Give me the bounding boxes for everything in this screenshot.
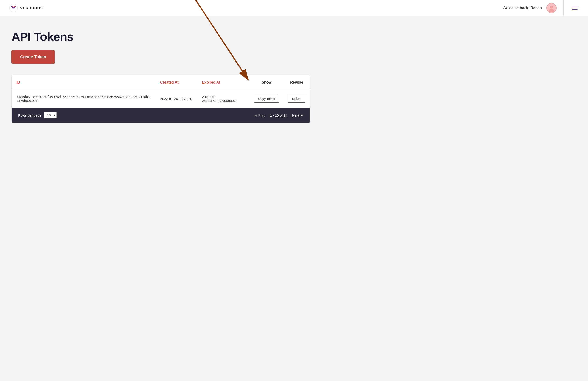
next-label: Next bbox=[292, 113, 299, 117]
page-info: 1 - 10 of 14 bbox=[270, 113, 287, 117]
header: VERISCOPE Welcome back, Rohan bbox=[0, 0, 588, 16]
hamburger-line-3 bbox=[572, 9, 578, 10]
page-title: API Tokens bbox=[11, 30, 310, 44]
rows-per-page-label: Rows per page bbox=[18, 113, 41, 117]
col-header-revoke: Revoke bbox=[284, 75, 310, 90]
hamburger-line-1 bbox=[572, 6, 578, 6]
token-revoke-cell: Delete bbox=[284, 90, 310, 108]
token-id-value: 54ced0673ce912e0f49376df55adc60313943c84… bbox=[16, 95, 150, 102]
hamburger-menu[interactable] bbox=[570, 5, 579, 11]
avatar[interactable] bbox=[546, 3, 557, 13]
veriscope-logo-icon bbox=[9, 4, 18, 12]
prev-arrow-icon: ◄ bbox=[254, 113, 257, 117]
col-header-id[interactable]: ID bbox=[12, 75, 155, 90]
token-created-at-cell: 2022-01-24 13:43:20 bbox=[155, 90, 197, 108]
col-header-expired-at[interactable]: Expired At bbox=[197, 75, 250, 90]
table-container: ID Created At Expired At Show Revoke bbox=[11, 75, 310, 123]
token-expired-at-value: 2023-01-24T13:43:20.000000Z bbox=[202, 95, 236, 102]
prev-button[interactable]: ◄ Prev bbox=[254, 113, 266, 117]
svg-point-6 bbox=[552, 6, 553, 7]
token-created-at-value: 2022-01-24 13:43:20 bbox=[160, 97, 192, 101]
main-content: API Tokens Create Token ID bbox=[0, 16, 322, 132]
table-wrapper: ID Created At Expired At Show Revoke bbox=[11, 75, 310, 123]
header-logo-area: VERISCOPE bbox=[9, 4, 44, 12]
next-arrow-icon: ► bbox=[300, 113, 303, 117]
create-token-button[interactable]: Create Token bbox=[11, 50, 55, 63]
pagination-nav: ◄ Prev 1 - 10 of 14 Next ► bbox=[254, 113, 303, 117]
pagination-bar: Rows per page 10 25 50 ◄ Prev 1 - 10 of … bbox=[12, 108, 310, 122]
col-header-show: Show bbox=[250, 75, 284, 90]
copy-token-button[interactable]: Copy Token bbox=[254, 95, 279, 102]
header-right-area: Welcome back, Rohan bbox=[503, 0, 579, 16]
delete-token-button[interactable]: Delete bbox=[288, 95, 305, 102]
token-expired-at-cell: 2023-01-24T13:43:20.000000Z bbox=[197, 90, 250, 108]
rows-per-page-area: Rows per page 10 25 50 bbox=[18, 112, 57, 119]
tokens-table: ID Created At Expired At Show Revoke bbox=[12, 75, 310, 108]
welcome-text: Welcome back, Rohan bbox=[503, 6, 542, 10]
col-header-created-at[interactable]: Created At bbox=[155, 75, 197, 90]
table-row: 54ced0673ce912e0f49376df55adc60313943c84… bbox=[12, 90, 310, 108]
token-show-cell: Copy Token bbox=[250, 90, 284, 108]
next-button[interactable]: Next ► bbox=[292, 113, 303, 117]
svg-point-1 bbox=[12, 7, 15, 9]
rows-per-page-select[interactable]: 10 25 50 bbox=[44, 112, 57, 119]
hamburger-line-2 bbox=[572, 8, 578, 8]
token-id-cell: 54ced0673ce912e0f49376df55adc60313943c84… bbox=[12, 90, 155, 108]
table-header-row: ID Created At Expired At Show Revoke bbox=[12, 75, 310, 90]
prev-label: Prev bbox=[258, 113, 266, 117]
svg-point-5 bbox=[550, 6, 551, 7]
logo-text: VERISCOPE bbox=[20, 6, 44, 10]
